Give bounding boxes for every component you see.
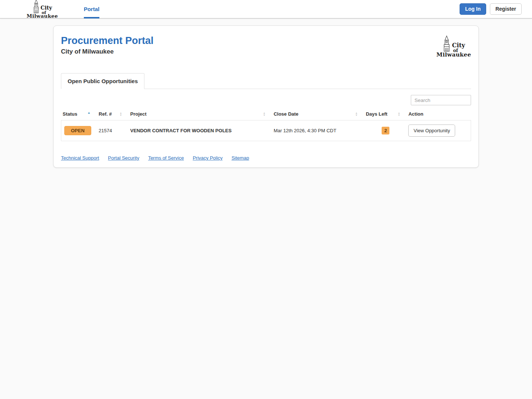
ref-cell: 21574 [97,120,129,141]
city-hall-tower-icon [33,0,40,15]
opportunities-table: Status ▲ Ref. # ▲▼ Project [61,108,471,141]
sort-icon[interactable]: ▲▼ [120,112,122,116]
logo-text-city: City [452,42,465,49]
action-cell: View Opportunity [407,120,471,141]
table-header-row: Status ▲ Ref. # ▲▼ Project [61,108,471,120]
days-left-cell: 2 [364,120,407,141]
technical-support-link[interactable]: Technical Support [61,155,99,161]
nav-actions: Log In Register [460,3,522,14]
terms-of-service-link[interactable]: Terms of Service [148,155,184,161]
days-left-badge: 2 [382,127,389,134]
city-hall-tower-icon [442,35,451,53]
city-of-milwaukee-logo: City of Milwaukee [27,0,58,19]
sort-icon[interactable]: ▲▼ [398,112,400,116]
column-header-project[interactable]: Project ▲▼ [129,108,272,120]
column-header-days-left[interactable]: Days Left ▲▼ [364,108,407,120]
search-input[interactable] [411,95,471,105]
column-header-close-date[interactable]: Close Date ▲▼ [272,108,365,120]
city-of-milwaukee-logo: City of Milwaukee [436,35,471,58]
footer-links: Technical Support Portal Security Terms … [61,155,471,161]
search-row [61,95,471,105]
column-header-action: Action [407,108,471,120]
logo-text-milwaukee: Milwaukee [436,52,471,58]
sitemap-link[interactable]: Sitemap [232,155,249,161]
register-button[interactable]: Register [490,3,522,14]
status-badge: OPEN [64,126,91,135]
portal-security-link[interactable]: Portal Security [108,155,139,161]
procurement-portal-card: Procurement Portal City of Milwaukee [53,25,479,168]
status-cell: OPEN [61,120,98,141]
nav-tab-portal[interactable]: Portal [84,0,100,18]
close-date-cell: Mar 12th 2026, 4:30 PM CDT [272,120,365,141]
column-header-status[interactable]: Status ▲ [61,108,98,120]
project-cell: VENDOR CONTRACT FOR WOODEN POLES [129,120,272,141]
log-in-button[interactable]: Log In [460,3,486,14]
card-header: Procurement Portal City of Milwaukee [61,35,471,58]
top-navbar: City of Milwaukee Portal Log In Register [0,0,532,18]
table-row: OPEN 21574 VENDOR CONTRACT FOR WOODEN PO… [61,120,471,141]
tab-open-public-opportunities[interactable]: Open Public Opportunities [61,73,144,89]
sort-icon[interactable]: ▲▼ [263,112,266,116]
page-title: Procurement Portal [61,35,154,47]
page-subtitle: City of Milwaukee [61,48,154,55]
tab-bar: Open Public Opportunities [61,73,471,89]
logo-text-milwaukee: Milwaukee [27,14,58,19]
sort-asc-icon[interactable]: ▲ [87,111,91,115]
sort-icon[interactable]: ▲▼ [355,112,358,116]
logo-text-city: City [41,5,52,11]
view-opportunity-button[interactable]: View Opportunity [408,125,455,137]
column-header-ref[interactable]: Ref. # ▲▼ [97,108,129,120]
privacy-policy-link[interactable]: Privacy Policy [193,155,223,161]
